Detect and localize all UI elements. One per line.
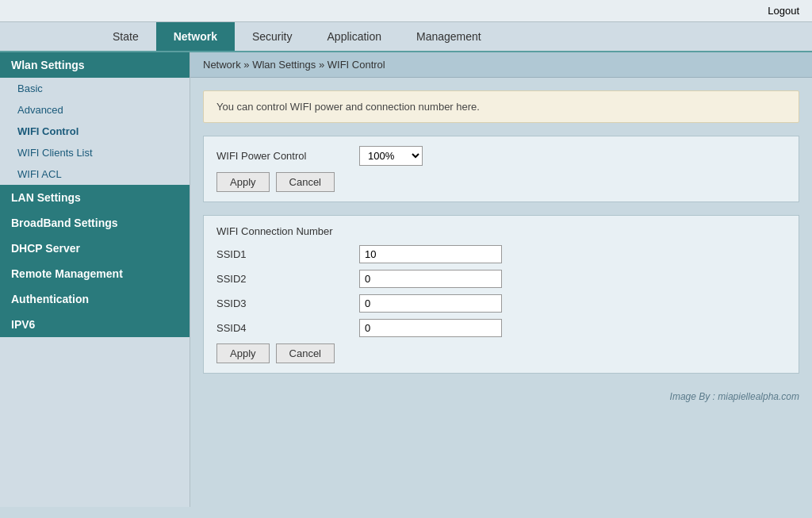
nav-tabs: State Network Security Application Manag… — [0, 22, 812, 52]
ssid1-label: SSID1 — [216, 248, 359, 260]
sidebar-item-wifi-control[interactable]: WIFI Control — [0, 121, 190, 142]
sidebar-section-broadband-settings[interactable]: BroadBand Settings — [0, 210, 190, 236]
logout-button[interactable]: Logout — [768, 5, 799, 17]
tab-application[interactable]: Application — [310, 22, 400, 51]
ssid4-label: SSID4 — [216, 322, 359, 334]
sidebar-item-basic[interactable]: Basic — [0, 78, 190, 99]
ssid2-label: SSID2 — [216, 273, 359, 285]
content-area: Network » Wlan Settings » WIFI Control Y… — [190, 52, 812, 507]
sidebar-item-wifi-clients-list[interactable]: WIFI Clients List — [0, 142, 190, 163]
wifi-connection-apply-button[interactable]: Apply — [216, 343, 270, 363]
footer-watermark: Image By : miapiellealpha.com — [190, 386, 812, 407]
ssid2-input[interactable] — [359, 270, 502, 288]
main-layout: Wlan Settings Basic Advanced WIFI Contro… — [0, 52, 812, 507]
ssid1-input[interactable] — [359, 245, 502, 263]
wifi-power-control-btn-row: Apply Cancel — [216, 172, 786, 192]
sidebar-section-authentication[interactable]: Authentication — [0, 286, 190, 312]
ssid3-input[interactable] — [359, 294, 502, 313]
wifi-power-cancel-button[interactable]: Cancel — [276, 172, 335, 192]
ssid3-row: SSID3 — [216, 294, 786, 313]
wifi-connection-btn-row: Apply Cancel — [216, 343, 786, 363]
wifi-power-apply-button[interactable]: Apply — [216, 172, 270, 192]
ssid4-input[interactable] — [359, 319, 502, 337]
top-bar: Logout — [0, 0, 812, 22]
breadcrumb: Network » Wlan Settings » WIFI Control — [190, 52, 812, 78]
ssid2-row: SSID2 — [216, 270, 786, 288]
wifi-connection-number-section: WIFI Connection Number SSID1 SSID2 SSID3… — [203, 215, 799, 374]
sidebar-section-lan-settings[interactable]: LAN Settings — [0, 185, 190, 210]
info-box: You can control WIFI power and connectio… — [203, 90, 799, 123]
ssid3-label: SSID3 — [216, 297, 359, 309]
tab-management[interactable]: Management — [399, 22, 499, 51]
wifi-power-control-section: WIFI Power Control 100% 75% 50% 25% Appl… — [203, 136, 799, 202]
sidebar-section-remote-management[interactable]: Remote Management — [0, 261, 190, 286]
wifi-connection-cancel-button[interactable]: Cancel — [276, 343, 335, 363]
sidebar-section-dhcp-server[interactable]: DHCP Server — [0, 236, 190, 261]
sidebar: Wlan Settings Basic Advanced WIFI Contro… — [0, 52, 190, 507]
sidebar-item-advanced[interactable]: Advanced — [0, 99, 190, 121]
ssid1-row: SSID1 — [216, 245, 786, 263]
sidebar-item-wifi-acl[interactable]: WIFI ACL — [0, 163, 190, 185]
ssid4-row: SSID4 — [216, 319, 786, 337]
tab-state[interactable]: State — [95, 22, 156, 51]
tab-network[interactable]: Network — [156, 22, 235, 51]
sidebar-section-wlan-settings[interactable]: Wlan Settings — [0, 52, 190, 78]
wifi-power-control-row: WIFI Power Control 100% 75% 50% 25% — [216, 146, 786, 166]
tab-security[interactable]: Security — [235, 22, 310, 51]
sidebar-section-ipv6[interactable]: IPV6 — [0, 312, 190, 337]
wifi-power-control-select[interactable]: 100% 75% 50% 25% — [359, 146, 423, 166]
wifi-power-control-label: WIFI Power Control — [216, 150, 359, 162]
wifi-connection-number-title: WIFI Connection Number — [216, 225, 786, 237]
